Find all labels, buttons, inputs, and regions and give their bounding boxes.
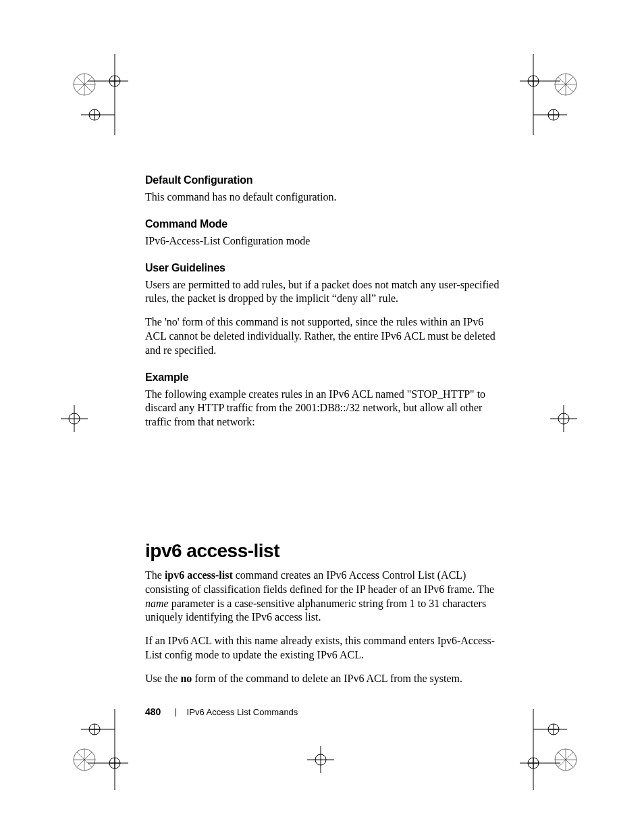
- heading-example: Example: [145, 371, 500, 384]
- body-text: The ipv6 access-list command creates an …: [145, 569, 500, 625]
- svg-point-47: [89, 724, 100, 735]
- heading-command-mode: Command Mode: [145, 218, 500, 230]
- svg-line-46: [77, 752, 92, 767]
- footer-divider-icon: [176, 708, 176, 716]
- svg-line-59: [558, 752, 573, 767]
- body-text: Users are permitted to add rules, but if…: [145, 278, 500, 307]
- crop-mark-icon: [297, 736, 344, 783]
- body-text: The 'no' form of this command is not sup…: [145, 315, 500, 357]
- crop-mark-icon: [513, 54, 601, 135]
- svg-point-19: [555, 74, 576, 95]
- svg-point-61: [548, 724, 559, 735]
- body-text: If an IPv6 ACL with this name already ex…: [145, 634, 500, 662]
- crop-mark-icon: [513, 709, 601, 790]
- body-text: The following example creates rules in a…: [145, 388, 500, 429]
- text-fragment: The: [145, 569, 165, 581]
- parameter-name: name: [145, 598, 169, 609]
- page-footer: 480 IPv6 Access List Commands: [145, 706, 298, 717]
- body-text: This command has no default configuratio…: [145, 190, 500, 205]
- section-title-ipv6-access-list: ipv6 access-list: [145, 540, 500, 562]
- page-number: 480: [145, 706, 161, 717]
- svg-point-34: [315, 754, 326, 765]
- svg-line-22: [558, 77, 573, 92]
- text-fragment: parameter is a case-sensitive alphanumer…: [145, 598, 486, 623]
- svg-point-5: [74, 74, 95, 95]
- svg-line-8: [77, 77, 92, 92]
- command-keyword: no: [180, 673, 192, 684]
- svg-point-31: [558, 413, 569, 424]
- text-fragment: Use the: [145, 673, 180, 684]
- svg-point-24: [548, 109, 559, 120]
- svg-line-23: [558, 77, 573, 92]
- svg-point-10: [89, 109, 100, 120]
- command-keyword: ipv6 access-list: [165, 569, 233, 581]
- svg-line-45: [77, 752, 92, 767]
- text-fragment: form of the command to delete an IPv6 AC…: [192, 673, 462, 684]
- svg-point-53: [528, 758, 539, 768]
- chapter-title: IPv6 Access List Commands: [187, 707, 298, 717]
- body-text: Use the no form of the command to delete…: [145, 672, 500, 686]
- svg-line-9: [77, 77, 92, 92]
- body-text: IPv6-Access-List Configuration mode: [145, 234, 500, 249]
- svg-point-56: [555, 749, 576, 771]
- svg-point-42: [74, 749, 95, 771]
- page-content: Default Configuration This command has n…: [145, 174, 500, 696]
- crop-mark-icon: [47, 54, 128, 135]
- crop-mark-icon: [47, 709, 128, 790]
- svg-line-60: [558, 752, 573, 767]
- svg-point-39: [109, 758, 120, 768]
- svg-point-2: [109, 76, 120, 86]
- crop-mark-icon: [54, 398, 95, 439]
- heading-default-configuration: Default Configuration: [145, 174, 500, 186]
- crop-mark-icon: [543, 398, 584, 439]
- svg-point-28: [69, 413, 80, 424]
- svg-point-16: [528, 76, 539, 86]
- heading-user-guidelines: User Guidelines: [145, 262, 500, 274]
